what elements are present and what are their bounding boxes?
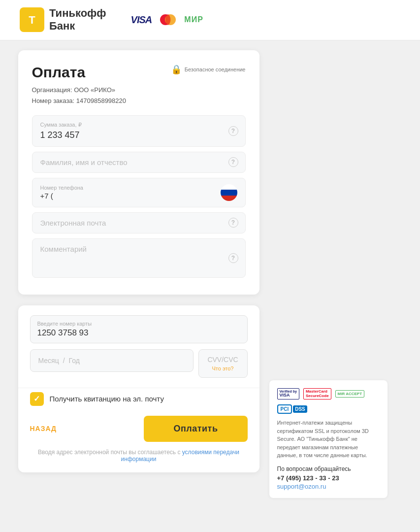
cvv-hint[interactable]: Что это? [206, 366, 240, 371]
mir-logo: МИР [184, 15, 203, 24]
terms-prefix: Вводя адрес электронной почты вы соглаша… [38, 449, 182, 456]
secure-badge: 🔒 Безопасное соединение [171, 64, 246, 75]
receipt-row: ✓ Получить квитанцию на эл. почту [30, 392, 248, 406]
comment-placeholder: Комментарий [40, 245, 237, 253]
card-year: Год [69, 357, 80, 365]
svg-point-4 [165, 14, 170, 25]
phone-label: Номер телефона [40, 185, 83, 191]
name-help-icon[interactable]: ? [228, 157, 238, 167]
cvv-label: CVV/CVC [206, 356, 240, 364]
card-input-card: Введите номер карты 1250 3758 93 Месяц /… [18, 305, 259, 472]
email-field[interactable]: Электронная почта ? [32, 212, 246, 233]
back-button[interactable]: НАЗАД [30, 425, 57, 432]
card-month: Месяц [38, 357, 59, 365]
mc-secure-badge: MasterCard SecureCode [303, 388, 331, 400]
email-placeholder: Электронная почта [40, 219, 237, 227]
name-field[interactable]: Фамилия, имя и отчество ? [32, 152, 246, 173]
card-form-inner: Введите номер карты 1250 3758 93 Месяц /… [18, 305, 259, 388]
card-bottom-row: Месяц / Год CVV/CVC Что это? [30, 349, 248, 378]
payment-systems: VISA МИР [131, 14, 203, 26]
amount-help-icon[interactable]: ? [228, 126, 238, 136]
name-placeholder: Фамилия, имя и отчество [40, 158, 237, 166]
right-info: Verified by VISA MasterCard SecureCode M… [269, 50, 388, 498]
svg-text:Т: Т [29, 14, 35, 26]
bottom-actions: ✓ Получить квитанцию на эл. почту НАЗАД … [18, 388, 259, 472]
phone-value: +7 ( [40, 192, 83, 200]
logo-text: Тинькофф Банк [49, 7, 106, 33]
main-content: Оплата 🔒 Безопасное соединение Организац… [18, 50, 402, 498]
email-help-icon[interactable]: ? [228, 218, 238, 228]
payment-form-card: Оплата 🔒 Безопасное соединение Организац… [18, 50, 259, 295]
card-number-value: 1250 3758 93 [37, 328, 240, 338]
security-description: Интернет-платежи защищены сертификатом S… [277, 419, 380, 460]
card-expiry-field[interactable]: Месяц / Год [30, 349, 194, 372]
org-info: Организация: ООО «РИКО» Номер заказа: 14… [32, 85, 246, 106]
contact-title: По вопросам обращайтесь [277, 466, 380, 472]
comment-field[interactable]: Комментарий ? [32, 238, 246, 278]
header: Т Тинькофф Банк VISA МИР [0, 0, 420, 40]
pay-button[interactable]: Оплатить [144, 416, 247, 442]
contact-phone: +7 (495) 123 - 33 - 23 [277, 474, 380, 482]
left-column: Оплата 🔒 Безопасное соединение Организац… [18, 50, 259, 472]
order-label: Номер заказа: 14709858998220 [32, 96, 246, 106]
comment-help-icon[interactable]: ? [228, 253, 238, 263]
cvv-field[interactable]: CVV/CVC Что это? [198, 349, 248, 378]
mir-accept-badge: MIR ACCEPT [335, 390, 364, 398]
org-label: Организация: ООО «РИКО» [32, 85, 246, 96]
phone-left: Номер телефона +7 ( [40, 185, 83, 200]
amount-field-label: Сумма заказа, ₽ [40, 122, 237, 128]
verified-visa-badge: Verified by VISA [277, 388, 299, 400]
amount-field[interactable]: Сумма заказа, ₽ 1 233 457 ? [32, 115, 246, 147]
tinkoff-logo-icon: Т [20, 7, 44, 32]
receipt-checkbox[interactable]: ✓ [30, 392, 44, 406]
visa-logo: VISA [131, 14, 152, 26]
logo-area: Т Тинькофф Банк [20, 7, 106, 33]
card-header: Оплата 🔒 Безопасное соединение [32, 64, 246, 81]
cert-logo-row: Verified by VISA MasterCard SecureCode M… [277, 388, 380, 400]
payment-title: Оплата [32, 64, 86, 81]
receipt-label: Получить квитанцию на эл. почту [50, 395, 164, 403]
card-number-label: Введите номер карты [37, 321, 240, 327]
card-number-field[interactable]: Введите номер карты 1250 3758 93 [30, 315, 248, 343]
lock-icon: 🔒 [171, 64, 182, 75]
amount-value: 1 233 457 [40, 130, 237, 140]
action-row: НАЗАД Оплатить [30, 416, 248, 442]
security-logos: Verified by VISA MasterCard SecureCode M… [269, 380, 388, 498]
pci-dss-badge: PCI DSS [277, 404, 380, 414]
terms-text: Вводя адрес электронной почты вы соглаша… [30, 449, 248, 463]
russia-flag-icon[interactable] [221, 184, 237, 201]
contact-email[interactable]: support@ozon.ru [277, 483, 380, 490]
phone-field[interactable]: Номер телефона +7 ( [32, 178, 246, 207]
mastercard-logo [159, 14, 177, 26]
